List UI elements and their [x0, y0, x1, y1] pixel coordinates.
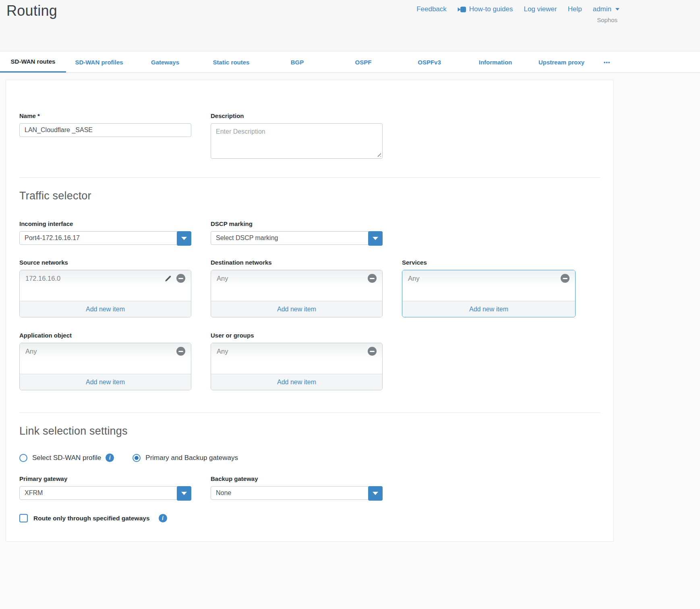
application-object-label: Application object	[19, 332, 191, 339]
user-or-groups-label: User or groups	[211, 332, 383, 339]
admin-label: admin	[593, 5, 611, 13]
feedback-link[interactable]: Feedback	[416, 5, 447, 13]
route-only-checkbox[interactable]	[19, 514, 28, 522]
remove-icon[interactable]	[368, 274, 377, 283]
description-textarea[interactable]	[211, 123, 383, 159]
tab-gateways[interactable]: Gateways	[132, 52, 198, 72]
services-label: Services	[402, 259, 576, 266]
list-item-text: Any	[25, 348, 176, 355]
tab-information[interactable]: Information	[462, 52, 528, 72]
remove-icon[interactable]	[368, 347, 377, 356]
dropdown-button[interactable]	[177, 231, 191, 246]
services-listbox: Any Add new item	[402, 270, 576, 317]
list-item: Any	[211, 343, 382, 359]
list-spacer	[211, 286, 382, 301]
route-only-row: Route only through specified gateways i	[19, 514, 600, 522]
tab-sdwan-routes[interactable]: SD-WAN routes	[0, 52, 66, 72]
primary-backup-radio-group: Primary and Backup gateways	[133, 454, 238, 462]
remove-icon[interactable]	[561, 274, 570, 283]
incoming-interface-label: Incoming interface	[19, 220, 191, 227]
dropdown-button[interactable]	[368, 486, 383, 501]
tab-bar: SD-WAN routes SD-WAN profiles Gateways S…	[0, 51, 700, 73]
dscp-marking-value: Select DSCP marking	[216, 234, 278, 242]
page-title: Routing	[6, 2, 57, 19]
list-item-text: Any	[217, 275, 368, 282]
tab-static-routes[interactable]: Static routes	[198, 52, 264, 72]
backup-gateway-select[interactable]: None	[211, 486, 383, 500]
how-to-guides-link[interactable]: How-to guides	[458, 5, 513, 13]
source-networks-label: Source networks	[19, 259, 191, 266]
route-form-card: Name * Description Traffic selector Inco…	[6, 80, 614, 542]
edit-icon[interactable]	[164, 275, 172, 282]
dropdown-button[interactable]	[177, 486, 191, 501]
tab-sdwan-profiles[interactable]: SD-WAN profiles	[66, 52, 132, 72]
tab-bgp[interactable]: BGP	[264, 52, 330, 72]
list-spacer	[20, 359, 191, 374]
dropdown-button[interactable]	[368, 231, 383, 246]
add-new-item-button[interactable]: Add new item	[402, 301, 575, 317]
incoming-interface-value: Port4-172.16.16.17	[25, 234, 80, 242]
help-label: Help	[568, 5, 582, 13]
source-networks-listbox: 172.16.16.0 Add new item	[19, 270, 191, 317]
dscp-marking-label: DSCP marking	[211, 220, 383, 227]
link-selection-heading: Link selection settings	[19, 425, 600, 437]
add-new-item-button[interactable]: Add new item	[211, 301, 382, 317]
backup-gateway-label: Backup gateway	[211, 475, 383, 482]
help-link[interactable]: Help	[568, 5, 582, 13]
user-or-groups-listbox: Any Add new item	[211, 343, 383, 390]
sdwan-profile-radio-label: Select SD-WAN profile	[32, 454, 101, 462]
destination-networks-listbox: Any Add new item	[211, 270, 383, 317]
list-spacer	[211, 359, 382, 374]
chevron-down-icon	[181, 492, 187, 495]
tab-upstream-proxy[interactable]: Upstream proxy	[528, 52, 594, 72]
dscp-marking-select[interactable]: Select DSCP marking	[211, 231, 383, 245]
add-new-item-button[interactable]: Add new item	[211, 374, 382, 390]
feedback-label: Feedback	[416, 5, 447, 13]
destination-networks-label: Destination networks	[211, 259, 383, 266]
chevron-down-icon	[373, 237, 378, 240]
section-divider	[19, 177, 600, 178]
route-only-label: Route only through specified gateways	[33, 515, 150, 522]
section-divider	[19, 412, 600, 413]
add-new-item-button[interactable]: Add new item	[20, 374, 191, 390]
description-label: Description	[211, 112, 383, 119]
primary-gateway-label: Primary gateway	[19, 475, 191, 482]
video-camera-icon	[458, 6, 466, 12]
list-item-text: Any	[408, 275, 561, 282]
application-object-listbox: Any Add new item	[19, 343, 191, 390]
header-links: Feedback How-to guides Log viewer Help a…	[416, 5, 619, 13]
tab-ospf[interactable]: OSPF	[330, 52, 396, 72]
list-item: 172.16.16.0	[20, 270, 191, 286]
list-item-text: Any	[217, 348, 368, 355]
list-item: Any	[20, 343, 191, 359]
how-to-guides-label: How-to guides	[469, 5, 513, 13]
primary-backup-radio[interactable]	[133, 454, 141, 462]
list-spacer	[402, 286, 575, 301]
name-label: Name *	[19, 112, 191, 119]
tab-more-menu[interactable]: •••	[594, 52, 619, 72]
backup-gateway-value: None	[216, 489, 231, 497]
info-icon[interactable]: i	[106, 454, 114, 462]
incoming-interface-select[interactable]: Port4-172.16.16.17	[19, 231, 191, 245]
info-icon[interactable]: i	[159, 514, 167, 522]
primary-gateway-select[interactable]: XFRM	[19, 486, 191, 500]
remove-icon[interactable]	[176, 347, 185, 356]
chevron-down-icon	[615, 8, 619, 10]
list-item: Any	[211, 270, 382, 286]
chevron-down-icon	[373, 492, 378, 495]
list-spacer	[20, 286, 191, 301]
chevron-down-icon	[181, 237, 187, 240]
admin-menu[interactable]: admin	[593, 5, 619, 13]
tab-ospfv3[interactable]: OSPFv3	[396, 52, 462, 72]
sdwan-profile-radio[interactable]	[19, 454, 27, 462]
primary-backup-radio-label: Primary and Backup gateways	[145, 454, 238, 462]
list-item-text: 172.16.16.0	[25, 275, 164, 282]
remove-icon[interactable]	[176, 274, 185, 283]
add-new-item-button[interactable]: Add new item	[20, 301, 191, 317]
traffic-selector-heading: Traffic selector	[19, 190, 600, 202]
name-input[interactable]	[19, 123, 191, 137]
sdwan-profile-radio-group: Select SD-WAN profile i	[19, 454, 114, 462]
log-viewer-label: Log viewer	[524, 5, 557, 13]
log-viewer-link[interactable]: Log viewer	[524, 5, 557, 13]
app-header: Routing Feedback How-to guides Log viewe…	[0, 0, 700, 51]
